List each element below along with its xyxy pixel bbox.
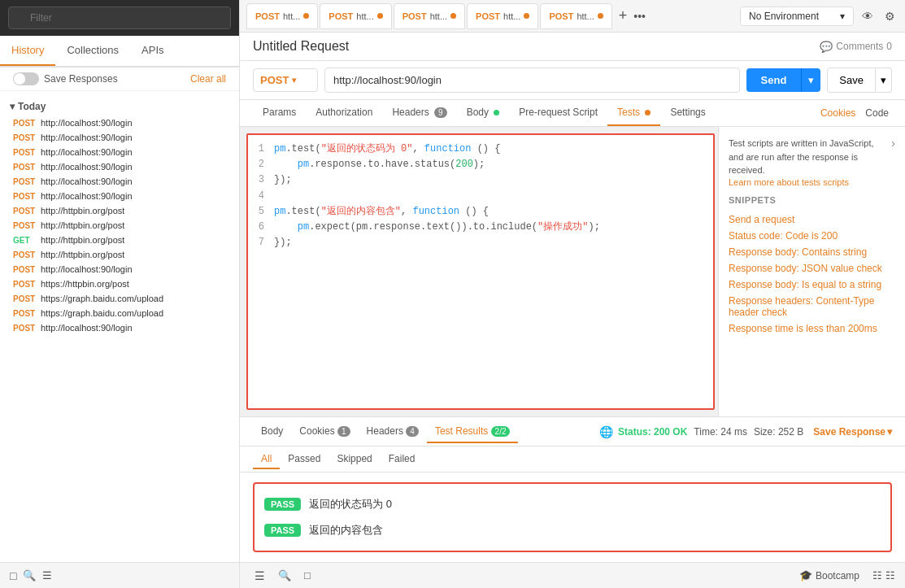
bottom-more-icon[interactable]: ☷: [885, 569, 895, 581]
tab-history[interactable]: History: [0, 36, 55, 66]
search-icon[interactable]: 🔍: [23, 569, 36, 581]
comments-section: 💬 Comments 0: [820, 41, 892, 53]
bootcamp-label[interactable]: Bootcamp: [816, 570, 859, 581]
resp-tab-headers[interactable]: Headers 4: [359, 420, 427, 443]
list-item[interactable]: POST https://httpbin.org/post: [0, 277, 239, 291]
find-icon[interactable]: 🔍: [273, 568, 296, 583]
code-editor[interactable]: 1 pm.test("返回的状态码为 0", function () { 2 p…: [246, 133, 715, 410]
list-icon[interactable]: ☰: [250, 568, 270, 584]
save-response-button[interactable]: Save Response ▾: [813, 426, 892, 438]
tab-collections[interactable]: Collections: [55, 36, 130, 66]
list-item[interactable]: POST http://localhost:90/login: [0, 262, 239, 277]
snippet-item-7[interactable]: Response time is less than 200ms: [729, 320, 895, 337]
tab-body[interactable]: Body: [457, 100, 510, 126]
add-tab-button[interactable]: +: [614, 7, 633, 24]
subtab-passed[interactable]: Passed: [280, 450, 328, 469]
more-tabs-button[interactable]: •••: [633, 10, 646, 23]
comment-icon: 💬: [820, 41, 833, 53]
list-item[interactable]: POST http://localhost:90/login: [0, 189, 239, 203]
environment-dropdown[interactable]: No Environment ▾: [740, 7, 854, 26]
test-result-text-2: 返回的内容包含: [309, 523, 383, 538]
method-badge: POST: [13, 119, 36, 128]
subtab-failed[interactable]: Failed: [381, 450, 424, 469]
tab-settings[interactable]: Settings: [660, 100, 715, 126]
resp-tab-test-results[interactable]: Test Results 2/2: [427, 420, 519, 443]
new-tab-icon[interactable]: □: [10, 569, 16, 582]
code-line-6: 6 pm.expect(pm.response.text()).to.inclu…: [248, 220, 713, 235]
snippet-item-3[interactable]: Response body: Contains string: [729, 244, 895, 260]
filter-input[interactable]: [8, 7, 231, 29]
save-button[interactable]: Save: [827, 68, 876, 93]
list-item[interactable]: POST http://localhost:90/login: [0, 145, 239, 159]
snippet-item-2[interactable]: Status code: Code is 200: [729, 228, 895, 244]
tab-pre-request-script[interactable]: Pre-request Script: [509, 100, 607, 126]
list-item[interactable]: POST https://graph.baidu.com/upload: [0, 306, 239, 320]
method-badge: GET: [13, 236, 36, 245]
tab-tests[interactable]: Tests: [607, 100, 660, 126]
list-item[interactable]: POST http://httpbin.org/post: [0, 247, 239, 262]
list-item[interactable]: POST http://localhost:90/login: [0, 130, 239, 145]
chevron-down-icon: ▾: [887, 426, 892, 438]
snippet-item-4[interactable]: Response body: JSON value check: [729, 260, 895, 277]
pass-badge-1: PASS: [264, 498, 301, 511]
url-input[interactable]: [324, 68, 740, 93]
tab-authorization[interactable]: Authorization: [306, 100, 382, 126]
expand-icon[interactable]: ›: [891, 137, 895, 150]
chevron-down-icon: ▾: [840, 11, 845, 22]
method-selector[interactable]: POST ▾: [253, 68, 318, 92]
learn-more-link[interactable]: Learn more about tests scripts: [729, 177, 895, 187]
list-item[interactable]: POST http://httpbin.org/post: [0, 218, 239, 233]
method-badge: POST: [13, 163, 36, 172]
grid-icon[interactable]: ☷: [872, 569, 882, 581]
request-tabs-bar: POST htt... POST htt... POST htt... POST…: [240, 0, 905, 33]
request-tab-1[interactable]: POST htt...: [246, 3, 318, 29]
request-tab-5[interactable]: POST htt...: [540, 3, 611, 29]
tab-headers[interactable]: Headers 9: [382, 100, 456, 126]
clear-all-button[interactable]: Clear all: [190, 73, 226, 85]
response-tabs-bar: Body Cookies 1 Headers 4 Test Results 2/…: [240, 417, 905, 446]
send-button-group: Send ▾: [746, 68, 821, 92]
method-badge: POST: [13, 324, 36, 333]
list-item[interactable]: POST http://localhost:90/login: [0, 174, 239, 189]
layout-icon[interactable]: ☰: [42, 569, 52, 581]
code-link[interactable]: Code: [862, 101, 892, 125]
snippet-item-5[interactable]: Response body: Is equal to a string: [729, 277, 895, 293]
method-badge: POST: [13, 207, 36, 216]
tab-params[interactable]: Params: [253, 100, 306, 126]
save-dropdown-button[interactable]: ▾: [876, 68, 892, 93]
method-badge: POST: [13, 294, 36, 303]
code-line-5: 5 pm.test("返回的内容包含", function () {: [248, 204, 713, 220]
settings-icon-button[interactable]: ⚙: [881, 7, 898, 26]
list-item[interactable]: GET http://httpbin.org/post: [0, 233, 239, 247]
snippet-info: Test scripts are written in JavaScript, …: [729, 137, 886, 177]
list-item[interactable]: POST https://graph.baidu.com/upload: [0, 291, 239, 306]
subtab-all[interactable]: All: [253, 450, 280, 469]
snippet-item-1[interactable]: Send a request: [729, 211, 895, 228]
tab-apis[interactable]: APIs: [130, 36, 175, 66]
code-line-7: 7 });: [248, 235, 713, 250]
test-results-box: PASS 返回的状态码为 0 PASS 返回的内容包含: [253, 482, 892, 552]
bootcamp-section: 🎓 Bootcamp: [799, 569, 859, 581]
bottom-right-icons: ☷ ☷: [872, 569, 895, 581]
list-item[interactable]: POST http://httpbin.org/post: [0, 203, 239, 218]
expand-icon[interactable]: □: [299, 568, 315, 583]
save-responses-toggle[interactable]: [13, 72, 39, 85]
list-item[interactable]: POST http://localhost:90/login: [0, 159, 239, 174]
cookies-link[interactable]: Cookies: [814, 101, 862, 125]
list-item[interactable]: POST http://localhost:90/login: [0, 320, 239, 335]
snippet-item-6[interactable]: Response headers: Content-Type header ch…: [729, 293, 895, 320]
eye-icon-button[interactable]: 👁: [859, 7, 877, 26]
request-tab-4[interactable]: POST htt...: [467, 3, 538, 29]
send-dropdown-button[interactable]: ▾: [801, 68, 820, 92]
request-tab-3[interactable]: POST htt...: [394, 3, 465, 29]
status-ok: Status: 200 OK: [618, 426, 687, 438]
subtab-skipped[interactable]: Skipped: [328, 450, 380, 469]
resp-tab-body[interactable]: Body: [253, 420, 291, 443]
save-button-group: Save ▾: [827, 68, 892, 93]
list-item[interactable]: POST http://localhost:90/login: [0, 115, 239, 130]
method-badge: POST: [13, 309, 36, 318]
resp-tab-cookies[interactable]: Cookies 1: [291, 420, 358, 443]
send-button[interactable]: Send: [746, 68, 802, 92]
request-tab-2[interactable]: POST htt...: [320, 3, 391, 29]
chevron-down-icon: ▾: [292, 76, 296, 85]
